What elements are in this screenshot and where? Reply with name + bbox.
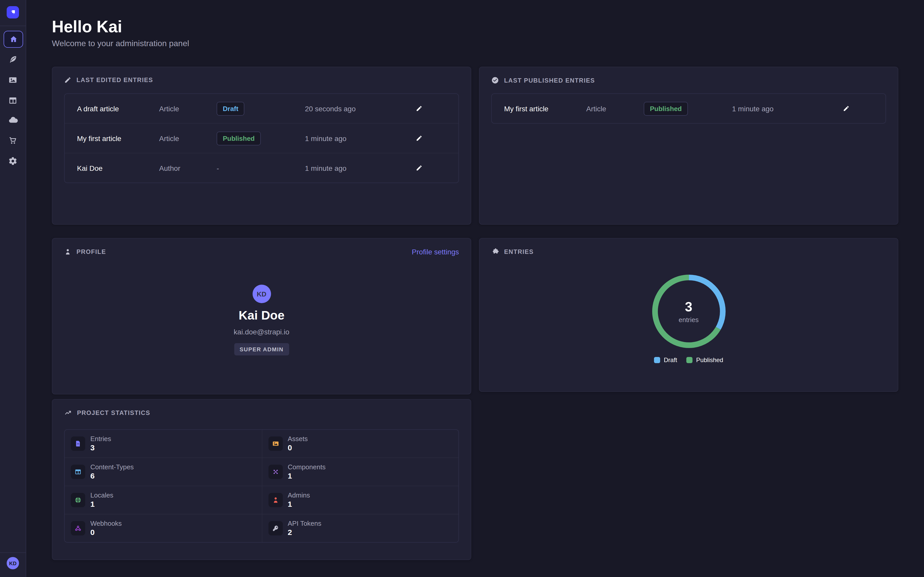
page-title: Hello Kai bbox=[52, 18, 122, 36]
card-title: PROJECT STATISTICS bbox=[77, 409, 150, 416]
stat-value: 1 bbox=[288, 500, 310, 509]
sidebar-item-home[interactable] bbox=[3, 31, 23, 48]
stat-label: Webhooks bbox=[90, 519, 122, 528]
sidebar-item-deploy[interactable] bbox=[3, 112, 22, 128]
edit-button[interactable] bbox=[839, 102, 853, 115]
stat-admins: Admins 1 bbox=[262, 486, 459, 514]
stat-label: Components bbox=[288, 463, 325, 471]
edit-button[interactable] bbox=[412, 102, 426, 115]
stat-value: 0 bbox=[288, 443, 308, 452]
stat-label: Assets bbox=[288, 435, 308, 443]
chart-legend: Draft Published bbox=[480, 356, 898, 364]
gear-icon bbox=[8, 156, 18, 165]
legend-swatch-published bbox=[687, 357, 693, 363]
table-row[interactable]: Kai Doe Author - 1 minute ago bbox=[65, 153, 459, 182]
sidebar-item-marketplace[interactable] bbox=[3, 132, 22, 148]
entry-name: My first article bbox=[77, 134, 121, 142]
table-row[interactable]: A draft article Article Draft 20 seconds… bbox=[65, 94, 459, 124]
sidebar-bottom-divider bbox=[0, 552, 26, 553]
stat-value: 2 bbox=[288, 528, 321, 537]
stat-api-tokens: API Tokens 2 bbox=[262, 514, 459, 542]
entries-donut-chart: 3 entries bbox=[648, 270, 730, 352]
stat-label: API Tokens bbox=[288, 519, 321, 528]
user-icon bbox=[272, 496, 279, 504]
entry-name: A draft article bbox=[77, 105, 119, 113]
legend-label: Published bbox=[696, 356, 723, 364]
picture-icon bbox=[272, 440, 279, 447]
entry-time: 1 minute ago bbox=[305, 134, 347, 142]
legend-item-draft: Draft bbox=[654, 356, 677, 364]
entry-time: 20 seconds ago bbox=[305, 105, 356, 113]
trend-up-icon bbox=[64, 409, 72, 416]
stat-label: Content-Types bbox=[90, 463, 134, 471]
sidebar-item-media-library[interactable] bbox=[3, 72, 22, 88]
images-icon bbox=[8, 75, 18, 84]
role-badge: SUPER ADMIN bbox=[234, 343, 289, 355]
pencil-icon bbox=[64, 76, 71, 84]
card-title: LAST PUBLISHED ENTRIES bbox=[504, 77, 595, 84]
profile-avatar: KD bbox=[252, 285, 271, 303]
layout-icon bbox=[74, 468, 82, 475]
entry-type: Article bbox=[159, 134, 179, 142]
page-subtitle: Welcome to your administration panel bbox=[52, 39, 189, 48]
puzzle-icon bbox=[491, 248, 499, 255]
edit-button[interactable] bbox=[412, 161, 426, 175]
sidebar-divider bbox=[0, 26, 26, 26]
profile-settings-link[interactable]: Profile settings bbox=[412, 248, 459, 256]
last-edited-entries-card: LAST EDITED ENTRIES A draft article Arti… bbox=[52, 67, 471, 225]
entry-time: 1 minute ago bbox=[732, 105, 774, 113]
document-icon bbox=[74, 440, 82, 447]
sidebar-item-content-manager[interactable] bbox=[3, 51, 22, 67]
stat-entries: Entries 3 bbox=[65, 430, 262, 458]
statistics-table: Entries 3 Assets 0 Content-Types bbox=[64, 429, 459, 543]
entry-name: Kai Doe bbox=[77, 164, 103, 172]
stat-value: 0 bbox=[90, 528, 122, 537]
profile-name: Kai Doe bbox=[52, 308, 471, 322]
molecule-icon bbox=[272, 468, 279, 475]
check-circle-icon bbox=[491, 76, 499, 84]
cart-icon bbox=[8, 135, 18, 145]
sidebar-user-avatar[interactable]: KD bbox=[6, 557, 19, 569]
entry-type: Article bbox=[586, 105, 606, 113]
entry-type: Author bbox=[159, 164, 181, 172]
profile-email: kai.doe@strapi.io bbox=[52, 328, 471, 336]
stat-label: Locales bbox=[90, 492, 113, 500]
webhook-icon bbox=[74, 525, 82, 532]
stat-assets: Assets 0 bbox=[262, 430, 459, 458]
sidebar: KD bbox=[0, 0, 26, 577]
last-published-entries-card: LAST PUBLISHED ENTRIES My first article … bbox=[479, 67, 898, 225]
feather-icon bbox=[8, 55, 18, 64]
pencil-icon bbox=[415, 135, 422, 142]
status-badge: Published bbox=[216, 131, 261, 145]
stat-value: 1 bbox=[288, 471, 325, 480]
sidebar-item-settings[interactable] bbox=[3, 153, 22, 169]
entries-count: 3 bbox=[685, 299, 693, 315]
stat-value: 1 bbox=[90, 500, 113, 509]
entries-card: ENTRIES 3 entries Draft Published bbox=[479, 238, 898, 392]
table-row[interactable]: My first article Article Published 1 min… bbox=[492, 94, 885, 123]
entries-count-label: entries bbox=[678, 316, 699, 324]
globe-icon bbox=[74, 496, 82, 504]
stat-label: Admins bbox=[288, 492, 310, 500]
table-row[interactable]: My first article Article Published 1 min… bbox=[65, 124, 459, 153]
stat-webhooks: Webhooks 0 bbox=[65, 514, 262, 542]
card-title: LAST EDITED ENTRIES bbox=[76, 76, 153, 84]
stat-locales: Locales 1 bbox=[65, 486, 262, 514]
sidebar-item-content-type-builder[interactable] bbox=[3, 92, 22, 108]
pencil-icon bbox=[415, 164, 422, 171]
strapi-logo-icon[interactable] bbox=[6, 6, 19, 18]
person-icon bbox=[64, 248, 71, 255]
pencil-icon bbox=[843, 105, 849, 112]
cloud-icon bbox=[8, 115, 18, 125]
last-published-table: My first article Article Published 1 min… bbox=[491, 93, 886, 124]
legend-swatch-draft bbox=[654, 357, 660, 363]
entry-type: Article bbox=[159, 105, 179, 113]
card-title: PROFILE bbox=[76, 248, 106, 255]
status-badge: Draft bbox=[216, 102, 245, 115]
edit-button[interactable] bbox=[412, 132, 426, 145]
pencil-icon bbox=[415, 105, 422, 112]
entry-name: My first article bbox=[504, 105, 549, 113]
stat-components: Components 1 bbox=[262, 458, 459, 486]
key-icon bbox=[272, 525, 279, 532]
stat-value: 3 bbox=[90, 443, 111, 452]
